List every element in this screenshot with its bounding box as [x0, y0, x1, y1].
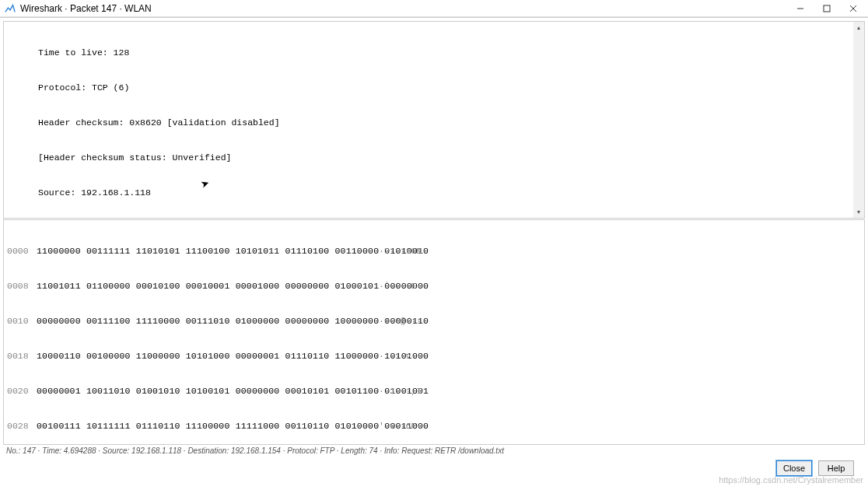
main-area: Time to live: 128 Protocol: TCP (6) Head…	[0, 17, 868, 480]
window-controls	[787, 0, 866, 16]
packet-bytes[interactable]: 000011000000 00111111 11010101 11100100 …	[4, 220, 864, 446]
close-window-button[interactable]	[840, 0, 866, 16]
close-button[interactable]: Close	[776, 460, 812, 476]
help-button[interactable]: Help	[818, 460, 854, 476]
tree-node[interactable]: [Header checksum status: Unverified]	[7, 152, 864, 163]
title-bar: Wireshark · Packet 147 · WLAN	[0, 0, 868, 17]
status-text: No.: 147 · Time: 4.694288 · Source: 192.…	[6, 446, 504, 455]
tree-node[interactable]: Protocol: TCP (6)	[7, 82, 864, 93]
hex-row[interactable]: 002800100111 10111111 01110110 11100000 …	[7, 420, 864, 432]
scroll-up-icon[interactable]: ▴	[853, 22, 864, 33]
hex-row[interactable]: 001810000110 00100000 11000000 10101000 …	[7, 350, 864, 362]
svg-rect-1	[824, 5, 830, 12]
vertical-scrollbar[interactable]: ▴ ▾	[853, 22, 864, 218]
dialog-footer: Close Help	[0, 456, 868, 480]
window-title: Wireshark · Packet 147 · WLAN	[20, 3, 787, 14]
packet-bytes-pane[interactable]: 000011000000 00111111 11010101 11100100 …	[3, 219, 865, 446]
scroll-down-icon[interactable]: ▾	[853, 207, 864, 218]
app-icon	[5, 3, 16, 14]
tree-node[interactable]: Time to live: 128	[7, 47, 864, 58]
maximize-button[interactable]	[814, 0, 840, 16]
hex-row[interactable]: 000011000000 00111111 11010101 11100100 …	[7, 245, 864, 257]
tree-node[interactable]: Source: 192.168.1.118	[7, 187, 864, 198]
status-bar: No.: 147 · Time: 4.694288 · Source: 192.…	[3, 445, 865, 456]
packet-details-tree[interactable]: Time to live: 128 Protocol: TCP (6) Head…	[4, 22, 864, 219]
hex-row[interactable]: 001000000000 00111100 11110000 00111010 …	[7, 315, 864, 327]
hex-row[interactable]: 002000000001 10011010 01001010 10100101 …	[7, 385, 864, 397]
tree-node[interactable]: Header checksum: 0x8620 [validation disa…	[7, 117, 864, 128]
minimize-button[interactable]	[787, 0, 814, 16]
hex-row[interactable]: 000811001011 01100000 00010100 00010001 …	[7, 280, 864, 292]
packet-details-pane[interactable]: Time to live: 128 Protocol: TCP (6) Head…	[3, 21, 865, 219]
